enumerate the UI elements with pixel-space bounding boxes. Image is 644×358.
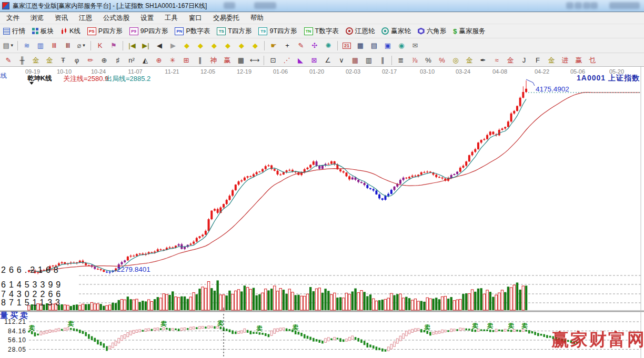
- percent-icon[interactable]: %: [422, 54, 435, 66]
- gann-grid-icon[interactable]: ⊞: [180, 54, 193, 66]
- calendar-icon[interactable]: 21: [340, 39, 353, 52]
- zoom-diamond-6-icon[interactable]: ◆: [249, 39, 261, 52]
- menu-1[interactable]: 浏览: [31, 14, 44, 23]
- toolbar-item-TN[interactable]: TNT数字表: [304, 27, 339, 36]
- toolbar-item-dollar-icon[interactable]: $赢家服务: [453, 27, 485, 36]
- gold-split-1-icon[interactable]: 金: [29, 54, 42, 66]
- k-pattern-icon[interactable]: K: [94, 39, 106, 52]
- win-angle-icon[interactable]: 赢: [572, 54, 585, 66]
- mie-angle-icon[interactable]: 乜: [586, 54, 599, 66]
- title-bar[interactable]: 赢家江恩专业版[赢家内部服务平台] - [上证指数 SH1A0001-167日K…: [0, 0, 644, 12]
- menu-2[interactable]: 资讯: [55, 14, 68, 23]
- zoom-diamond-3-icon[interactable]: ◆: [208, 39, 220, 52]
- column-grid-icon[interactable]: ▥: [363, 54, 375, 66]
- rays-icon[interactable]: ⋰: [280, 54, 293, 66]
- shaded-triangle-icon[interactable]: ◣: [294, 54, 307, 66]
- number-table-icon[interactable]: ▦: [235, 54, 247, 66]
- bars-9-icon[interactable]: Ⅲ: [62, 39, 74, 52]
- marker-pen-icon[interactable]: ✏: [84, 54, 97, 66]
- zoom-diamond-5-icon[interactable]: ◆: [235, 39, 248, 52]
- vee-icon[interactable]: ∨: [335, 54, 348, 66]
- send-icon[interactable]: ✉: [409, 39, 421, 52]
- shen-tool-icon[interactable]: 神: [207, 54, 220, 66]
- red-grid-icon[interactable]: ▦: [349, 54, 361, 66]
- circle-dial-icon[interactable]: ⊕: [98, 54, 110, 66]
- slant-lines-icon[interactable]: ∥: [376, 54, 389, 66]
- menu-7[interactable]: 窗口: [189, 14, 202, 23]
- trend-wave-icon[interactable]: ≋: [21, 39, 33, 52]
- pencil-icon[interactable]: ✎: [295, 39, 307, 52]
- hand-pan-icon[interactable]: ☛: [267, 39, 280, 52]
- gold-red-icon[interactable]: 金: [504, 54, 517, 66]
- gold-angle-icon[interactable]: 金: [545, 54, 558, 66]
- wave-lines-icon[interactable]: ≈: [490, 54, 503, 66]
- left-pane-tab[interactable]: K线: [0, 71, 7, 80]
- menu-9[interactable]: 帮助: [250, 14, 264, 23]
- box-tool-icon[interactable]: ⊡: [267, 54, 279, 66]
- toolbar-item-kline-candles-icon[interactable]: K线: [61, 27, 80, 36]
- percent-line-icon[interactable]: %: [436, 54, 448, 66]
- period-selector-icon[interactable]: ▤▼: [2, 39, 15, 52]
- fraction-icon[interactable]: ⅞: [408, 54, 421, 66]
- chart-area[interactable]: K线 乾坤K线 关注线=2580.9 出局线=2885.2 1A0001 上证指…: [0, 66, 644, 358]
- skip-start-icon[interactable]: |◀: [126, 39, 138, 52]
- j-angle-icon[interactable]: J: [518, 54, 530, 66]
- save-web-icon[interactable]: ◉: [395, 39, 408, 52]
- toolbar-item-TS[interactable]: TST四方形: [217, 27, 251, 36]
- report-icon[interactable]: ▤: [368, 39, 380, 52]
- info-panel-icon[interactable]: ▥: [34, 39, 47, 52]
- angle-ruler-icon[interactable]: ◭: [139, 54, 152, 66]
- crossed-box-icon[interactable]: ⊠: [308, 54, 320, 66]
- win-tool-icon[interactable]: 赢: [221, 54, 234, 66]
- step-back-icon[interactable]: ◀: [153, 39, 166, 52]
- gann-fan-star-icon[interactable]: ✳: [166, 54, 179, 66]
- brain-icon[interactable]: ✺: [322, 39, 335, 52]
- toolbar-item-T9[interactable]: T99T四方形: [258, 27, 297, 36]
- flask-icon[interactable]: ⌀▼: [75, 39, 88, 52]
- gold-split-2-icon[interactable]: 金: [43, 54, 56, 66]
- jin-angle-icon[interactable]: 进: [559, 54, 571, 66]
- menu-6[interactable]: 工具: [165, 14, 178, 23]
- expand-icon[interactable]: ⟷: [248, 54, 261, 66]
- toolbar-item-hexagon-icon[interactable]: 六角形: [418, 27, 447, 36]
- draw-line-icon[interactable]: ✎: [2, 54, 15, 66]
- angle-icon[interactable]: ∠: [321, 54, 334, 66]
- menu-8[interactable]: 交易委托: [213, 14, 239, 23]
- menu-3[interactable]: 江恩: [79, 14, 92, 23]
- toolbar-item-PS[interactable]: PSP四方形: [87, 27, 123, 36]
- bars-3-icon[interactable]: Ⅲ: [48, 39, 61, 52]
- crosshair-icon[interactable]: +: [281, 39, 294, 52]
- toolbar-item-winner-wheel-icon[interactable]: 赢家轮: [381, 27, 411, 36]
- menu-4[interactable]: 公式选股: [103, 14, 129, 23]
- toolbar-item-quotes-grid-icon[interactable]: 行情: [3, 27, 25, 36]
- compare-bars-icon[interactable]: ≣: [395, 54, 407, 66]
- toolbar-item-P9[interactable]: P99P四方形: [129, 27, 168, 36]
- indicator-dropdown-caret-icon[interactable]: [29, 82, 34, 85]
- parallel-lines-icon[interactable]: ∥: [194, 54, 206, 66]
- toolbar-item-gann-wheel-icon[interactable]: 江恩轮: [346, 27, 375, 36]
- spiral-icon[interactable]: φ: [71, 54, 83, 66]
- fibonacci-icon[interactable]: Ŧ: [57, 54, 69, 66]
- save-icon[interactable]: ▣: [381, 39, 394, 52]
- gold-line-icon[interactable]: 金: [463, 54, 476, 66]
- gann-circle-icon[interactable]: ⊕: [153, 54, 165, 66]
- menu-5[interactable]: 设置: [140, 14, 154, 23]
- square-number-icon[interactable]: n²: [125, 54, 138, 66]
- hash-grid-icon[interactable]: ♯: [112, 54, 124, 66]
- step-forward-icon[interactable]: ▶: [167, 39, 179, 52]
- toolbar-item-PN[interactable]: PNP数字表: [175, 27, 210, 36]
- gold-circle-icon[interactable]: ◎: [449, 54, 462, 66]
- tools-icon[interactable]: ✣: [308, 39, 321, 52]
- f-angle-icon[interactable]: F: [531, 54, 544, 66]
- calculator-icon[interactable]: ▦: [354, 39, 367, 52]
- skip-end-icon[interactable]: ▶|: [139, 39, 152, 52]
- ink-pen-icon[interactable]: ✒: [477, 54, 489, 66]
- chart-canvas[interactable]: [0, 67, 644, 358]
- menu-0[interactable]: 文件: [6, 14, 19, 23]
- toolbar-item-blocks-icon[interactable]: 板块: [32, 27, 54, 36]
- grid-lines-icon[interactable]: ╫: [16, 54, 28, 66]
- zoom-diamond-1-icon[interactable]: ◆: [180, 39, 193, 52]
- zoom-diamond-2-icon[interactable]: ◆: [194, 39, 207, 52]
- flag-palette-icon[interactable]: ⚑: [107, 39, 120, 52]
- zoom-diamond-4-icon[interactable]: ◆: [222, 39, 234, 52]
